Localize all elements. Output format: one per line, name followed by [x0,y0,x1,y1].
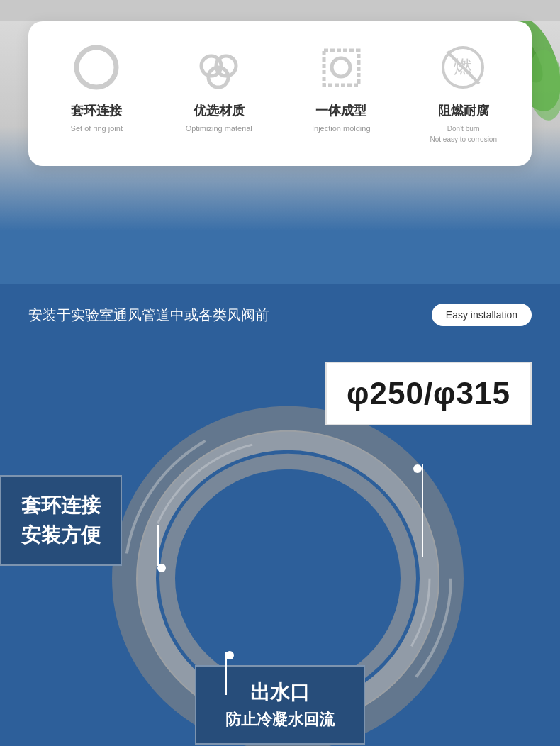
connector-dot-left [157,564,166,572]
install-text-cn: 安装于实验室通风管道中或各类风阀前 [28,306,269,325]
svg-point-4 [77,48,116,87]
label-box-left: 套环连接 安装方便 [0,475,122,566]
connector-dot-bottom [225,651,234,659]
material-title-en: Optimizing material [186,123,252,134]
label-bottom-line1: 出水口 [218,679,342,706]
flame-title-en: Don't burnNot easy to corrosion [430,123,498,145]
label-box-bottom: 出水口 防止冷凝水回流 [195,665,365,745]
molding-title-cn: 一体成型 [315,102,366,119]
molding-icon [316,43,366,92]
svg-rect-8 [324,50,359,85]
ring-joint-title-cn: 套环连接 [71,102,122,119]
label-bottom-line2: 防止冷凝水回流 [218,709,342,730]
flame-title-cn: 阻燃耐腐 [438,102,489,119]
connector-dot-right [413,464,422,473]
connector-line-right [422,464,423,557]
material-icon [194,43,244,92]
product-size-text: φ250/φ315 [347,376,510,411]
feature-item-flame: 燃 阻燃耐腐 Don't burnNot easy to corrosion [403,43,525,145]
feature-item-molding: 一体成型 Injection molding [280,43,403,134]
feature-item-material: 优选材质 Optimizing material [158,43,281,134]
connector-line-left [157,525,159,566]
svg-point-15 [167,462,408,696]
blue-main-section: 安装于实验室通风管道中或各类风阀前 Easy installation φ250… [0,284,560,746]
material-title-cn: 优选材质 [194,102,245,119]
ring-icon [72,43,121,92]
install-banner: 安装于实验室通风管道中或各类风阀前 Easy installation [0,284,560,333]
feature-card: 套环连接 Set of ring joint 优选材质 Optimizing m… [28,21,532,166]
top-area: 套环连接 Set of ring joint 优选材质 Optimizing m… [0,21,560,284]
label-left-line2: 安装方便 [21,522,101,549]
ring-joint-title-en: Set of ring joint [71,123,123,134]
molding-title-en: Injection molding [312,123,371,134]
feature-item-ring-joint: 套环连接 Set of ring joint [35,43,158,134]
easy-installation-badge: Easy installation [432,304,532,326]
label-left-line1: 套环连接 [21,492,101,519]
flame-icon: 燃 [439,43,488,92]
feature-card-inner: 套环连接 Set of ring joint 优选材质 Optimizing m… [35,43,525,145]
product-size-box: φ250/φ315 [325,362,532,425]
page-wrapper: 套环连接 Set of ring joint 优选材质 Optimizing m… [0,0,560,746]
ring-container: φ250/φ315 套环连接 安装方便 [0,355,560,746]
svg-point-9 [332,58,350,77]
